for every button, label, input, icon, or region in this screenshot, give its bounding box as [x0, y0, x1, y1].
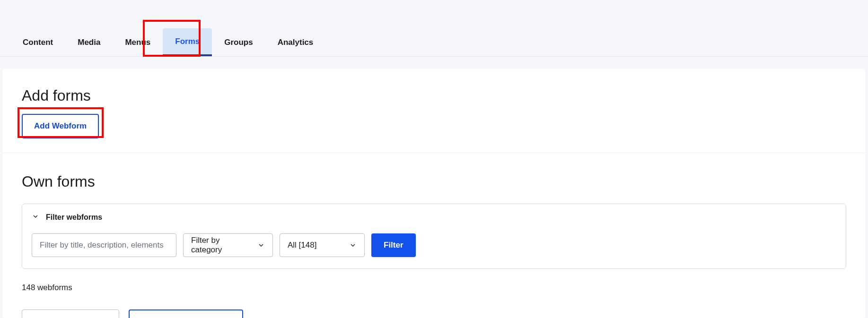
add-webform-button[interactable]: Add Webform: [22, 114, 99, 138]
add-forms-section: Add forms Add Webform: [3, 69, 865, 153]
chevron-down-icon: [257, 241, 265, 249]
filter-panel: Filter webforms Filter by category All […: [22, 204, 846, 269]
tab-menus[interactable]: Menus: [113, 28, 163, 56]
filter-category-select[interactable]: Filter by category: [183, 233, 273, 257]
own-forms-heading: Own forms: [22, 173, 846, 190]
tab-analytics[interactable]: Analytics: [265, 28, 326, 56]
bulk-operation-select[interactable]: - Select operation -: [22, 309, 119, 318]
tab-forms[interactable]: Forms: [163, 28, 212, 56]
filter-scope-select-label: All [148]: [288, 241, 316, 250]
main-panel: Add forms Add Webform Own forms Filter w…: [3, 69, 865, 318]
filter-panel-header[interactable]: Filter webforms: [32, 213, 836, 222]
filter-panel-title: Filter webforms: [46, 213, 102, 222]
apply-to-selected-button[interactable]: Apply to selected items: [129, 309, 243, 318]
bulk-actions-row: - Select operation - Apply to selected i…: [22, 309, 846, 318]
tab-media[interactable]: Media: [65, 28, 113, 56]
chevron-down-icon: [32, 213, 39, 222]
filter-controls: Filter by category All [148] Filter: [32, 233, 836, 257]
tab-groups[interactable]: Groups: [212, 28, 265, 56]
own-forms-section: Own forms Filter webforms Filter by cate…: [3, 153, 865, 318]
filter-button[interactable]: Filter: [371, 233, 416, 257]
chevron-down-icon: [349, 241, 357, 249]
filter-search-input[interactable]: [32, 233, 176, 257]
add-forms-heading: Add forms: [22, 87, 846, 104]
page: Content Media Menus Forms Groups Analyti…: [0, 0, 868, 318]
webform-count: 148 webforms: [22, 283, 846, 292]
nav-tabs: Content Media Menus Forms Groups Analyti…: [0, 0, 868, 57]
filter-scope-select[interactable]: All [148]: [280, 233, 365, 257]
filter-category-select-label: Filter by category: [191, 236, 250, 255]
tab-content[interactable]: Content: [10, 28, 65, 56]
